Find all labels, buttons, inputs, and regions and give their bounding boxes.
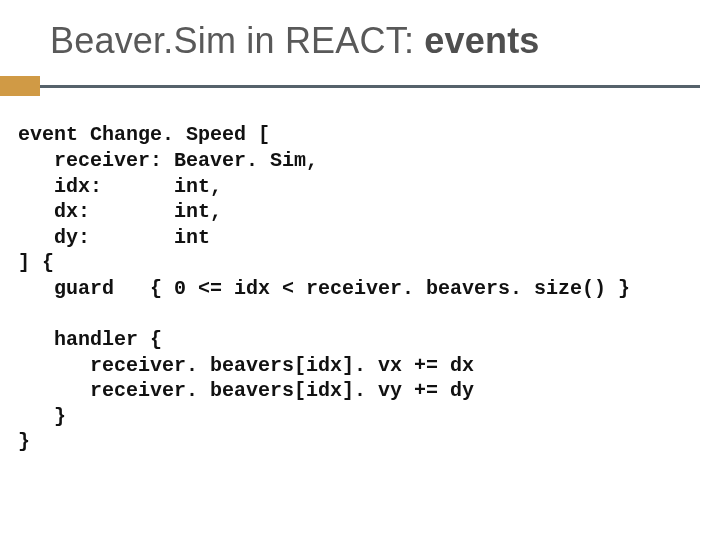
code-line: guard { 0 <= idx < receiver. beavers. si…: [18, 277, 630, 300]
code-line: dy: int: [18, 226, 210, 249]
code-line: }: [18, 430, 30, 453]
code-line: handler {: [18, 328, 162, 351]
horizontal-rule: [40, 85, 700, 88]
code-line: receiver: Beaver. Sim,: [18, 149, 318, 172]
accent-block: [0, 76, 40, 96]
title-divider: [0, 76, 720, 96]
code-line: receiver. beavers[idx]. vx += dx: [18, 354, 474, 377]
code-line: receiver. beavers[idx]. vy += dy: [18, 379, 474, 402]
code-line: ] {: [18, 251, 54, 274]
slide: Beaver.Sim in REACT: events event Change…: [0, 0, 720, 540]
page-title: Beaver.Sim in REACT: events: [0, 0, 720, 62]
title-part1: Beaver.Sim in REACT:: [50, 20, 424, 61]
title-part2: events: [424, 20, 539, 61]
code-block: event Change. Speed [ receiver: Beaver. …: [0, 96, 720, 455]
code-line: dx: int,: [18, 200, 222, 223]
code-line: event Change. Speed [: [18, 123, 270, 146]
code-line: }: [18, 405, 66, 428]
code-line: idx: int,: [18, 175, 222, 198]
